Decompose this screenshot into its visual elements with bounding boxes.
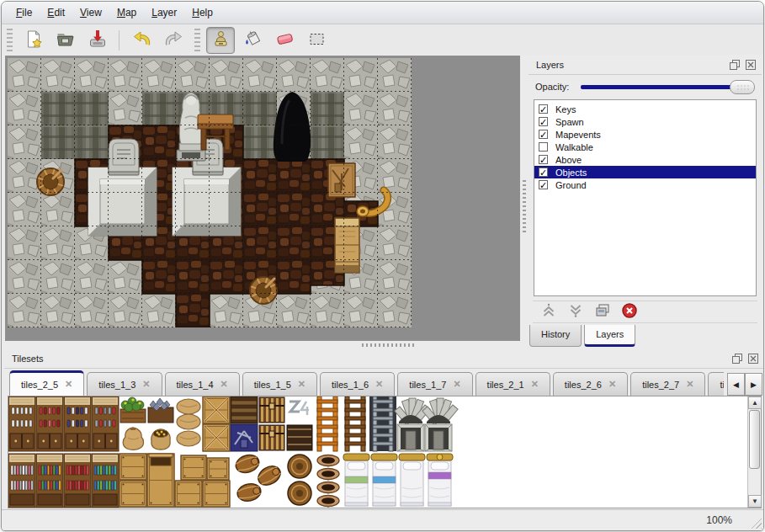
- layer-visibility-checkbox[interactable]: ✓: [539, 130, 548, 139]
- menu-layer[interactable]: Layer: [144, 3, 184, 23]
- tile-sack-stack[interactable]: [177, 399, 200, 446]
- tab-scroll-right-button[interactable]: ▶: [745, 373, 762, 396]
- tile-bed-white[interactable]: [399, 454, 425, 506]
- tab-close-icon[interactable]: ✕: [608, 379, 616, 390]
- float-panel-icon[interactable]: [729, 59, 741, 71]
- tile-crate[interactable]: [120, 481, 146, 507]
- tab-close-icon[interactable]: ✕: [531, 379, 539, 390]
- tileset-tab-tiles_2_6[interactable]: tiles_2_6✕: [553, 372, 628, 396]
- layer-row-walkable[interactable]: Walkable: [534, 141, 756, 153]
- tile-ladder-brown[interactable]: [345, 396, 365, 451]
- tileset-tab-tiles_2[interactable]: tiles_2✕: [708, 372, 724, 396]
- tile-orebox[interactable]: [148, 398, 173, 423]
- scrollbar-thumb[interactable]: [749, 410, 760, 469]
- tileset-tab-tiles_2_7[interactable]: tiles_2_7✕: [630, 372, 705, 396]
- tile-ladder-orange[interactable]: [317, 396, 337, 451]
- map-viewport[interactable]: [5, 56, 520, 341]
- tileset-tab-tiles_1_4[interactable]: tiles_1_4✕: [165, 372, 240, 396]
- tile-zmark[interactable]: [290, 402, 309, 415]
- menu-help[interactable]: Help: [184, 3, 220, 23]
- tile-crate[interactable]: [207, 458, 229, 480]
- tile-ladder-steel[interactable]: [369, 396, 396, 451]
- map-object-crate[interactable]: [328, 163, 355, 197]
- opacity-slider[interactable]: [579, 80, 755, 94]
- move-layer-up-button[interactable]: [538, 303, 559, 322]
- layer-row-ground[interactable]: ✓Ground: [534, 178, 756, 191]
- select-button[interactable]: [302, 27, 331, 54]
- tab-close-icon[interactable]: ✕: [453, 379, 460, 390]
- tile-crate[interactable]: [120, 454, 146, 480]
- tile-plantbox[interactable]: [120, 397, 146, 423]
- eraser-button[interactable]: [270, 27, 299, 54]
- horizontal-splitter[interactable]: [2, 341, 763, 349]
- tile-bed-purple[interactable]: [427, 454, 453, 506]
- tile-bed-green[interactable]: [343, 454, 369, 506]
- toolbar-handle[interactable]: [194, 29, 200, 52]
- tile-bed-blue[interactable]: [371, 454, 397, 506]
- layer-row-spawn[interactable]: ✓Spawn: [534, 115, 756, 128]
- tile-barrels[interactable]: [288, 455, 311, 505]
- scroll-down-icon[interactable]: ▼: [748, 495, 762, 508]
- tile-bookshelf-b[interactable]: [36, 454, 63, 508]
- layer-visibility-checkbox[interactable]: ✓: [539, 104, 548, 114]
- map-object-platform[interactable]: [88, 168, 157, 236]
- toolbar-handle[interactable]: [7, 29, 13, 52]
- delete-layer-button[interactable]: [619, 303, 640, 322]
- float-panel-icon[interactable]: [731, 353, 743, 364]
- tile-crate[interactable]: [175, 481, 202, 507]
- tab-close-icon[interactable]: ✕: [220, 379, 228, 390]
- tile-bookshelf-d[interactable]: [92, 454, 119, 508]
- layer-visibility-checkbox[interactable]: ✓: [539, 117, 548, 126]
- tileset-scrollbar[interactable]: ▲ ▼: [747, 396, 761, 508]
- layer-row-above[interactable]: ✓Above: [534, 153, 756, 166]
- stamp-button[interactable]: [206, 27, 235, 54]
- tile-shelf-red[interactable]: [36, 396, 63, 451]
- layer-row-mapevents[interactable]: ✓Mapevents: [534, 128, 756, 141]
- tileset-tab-tiles_1_6[interactable]: tiles_1_6✕: [320, 372, 395, 396]
- close-panel-icon[interactable]: [745, 59, 757, 71]
- redo-button[interactable]: [159, 27, 188, 54]
- open-button[interactable]: [50, 27, 79, 54]
- tile-crate-x[interactable]: [203, 424, 230, 451]
- tile-shelf-cups[interactable]: [92, 396, 119, 451]
- map-object-gravestone[interactable]: [109, 139, 139, 175]
- tile-stone-door[interactable]: [397, 424, 424, 451]
- tileset-content[interactable]: ▲ ▼: [8, 396, 762, 508]
- tile-crate[interactable]: [203, 481, 230, 507]
- close-panel-icon[interactable]: [747, 353, 759, 364]
- layer-visibility-checkbox[interactable]: ✓: [539, 180, 548, 189]
- tile-crate-x[interactable]: [203, 396, 230, 423]
- tile-bookshelf-c[interactable]: [64, 454, 91, 508]
- tab-scroll-left-button[interactable]: ◀: [727, 373, 745, 396]
- tile-pots[interactable]: [317, 455, 339, 508]
- layer-visibility-checkbox[interactable]: ✓: [539, 168, 548, 177]
- tile-arch[interactable]: [422, 398, 458, 425]
- layer-row-keys[interactable]: ✓Keys: [534, 103, 756, 115]
- tileset-tab-tiles_1_7[interactable]: tiles_1_7✕: [397, 372, 472, 396]
- tile-crate[interactable]: [181, 455, 206, 480]
- tileset-tab-tiles_2_1[interactable]: tiles_2_1✕: [475, 372, 550, 396]
- save-button[interactable]: [82, 27, 111, 54]
- tile-shelf-dishes[interactable]: [8, 396, 35, 451]
- tileset-tab-tiles_1_3[interactable]: tiles_1_3✕: [87, 372, 162, 396]
- undo-button[interactable]: [127, 27, 156, 54]
- tile-chest-dark[interactable]: [287, 425, 312, 450]
- map-object-basket[interactable]: [37, 168, 64, 195]
- tab-close-icon[interactable]: ✕: [298, 379, 305, 390]
- map-object-cabinet[interactable]: [335, 218, 359, 273]
- opacity-slider-handle[interactable]: [730, 80, 755, 94]
- tile-crate-dark[interactable]: [231, 396, 258, 423]
- menu-view[interactable]: View: [72, 3, 109, 23]
- resize-grip-icon[interactable]: [747, 514, 762, 529]
- tile-barrel-cluster[interactable]: [234, 452, 284, 503]
- tab-close-icon[interactable]: ✕: [142, 379, 150, 390]
- tile-crate-open[interactable]: [147, 454, 174, 507]
- tile-chest[interactable]: [259, 425, 284, 450]
- scroll-up-icon[interactable]: ▲: [748, 396, 762, 409]
- layer-visibility-checkbox[interactable]: ✓: [539, 155, 548, 164]
- new-file-button[interactable]: [19, 27, 47, 54]
- tab-close-icon[interactable]: ✕: [375, 379, 383, 390]
- tab-close-icon[interactable]: ✕: [65, 379, 72, 390]
- tile-chest[interactable]: [259, 397, 284, 423]
- duplicate-layer-button[interactable]: [592, 303, 613, 322]
